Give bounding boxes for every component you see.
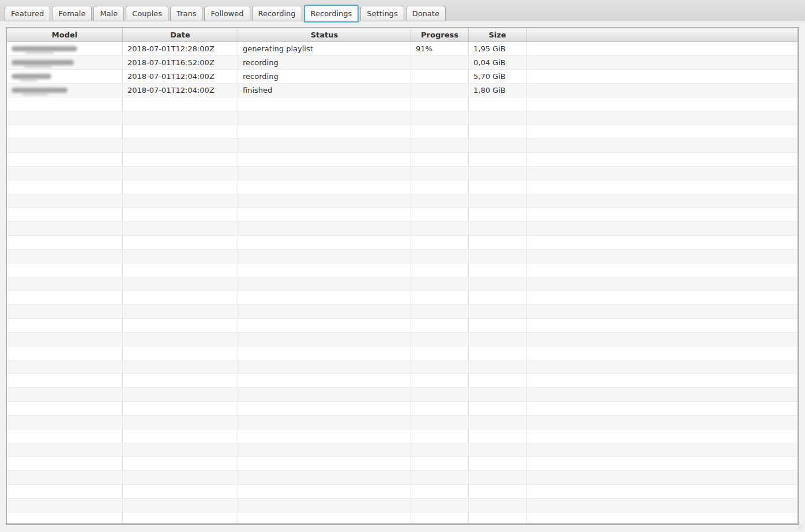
- cell-progress: [411, 416, 469, 429]
- cell-model: [7, 305, 123, 319]
- column-header-size[interactable]: Size: [469, 28, 526, 41]
- cell-date: 2018-07-01T16:52:00Z: [123, 56, 238, 70]
- table-row-empty[interactable]: [7, 429, 798, 443]
- table-row[interactable]: 2018-07-01T12:28:00Zgenerating playlist9…: [7, 42, 798, 56]
- cell-size: [469, 485, 526, 499]
- table-row-empty[interactable]: [7, 346, 798, 360]
- tab-female[interactable]: Female: [52, 6, 92, 21]
- table-row-empty[interactable]: [7, 236, 798, 250]
- table-row-empty[interactable]: [7, 512, 798, 523]
- cell-filler: [526, 194, 798, 208]
- cell-date: [123, 277, 238, 291]
- tab-trans[interactable]: Trans: [170, 6, 202, 21]
- tab-followed[interactable]: Followed: [204, 6, 250, 21]
- tab-couples[interactable]: Couples: [126, 6, 168, 21]
- cell-size: [469, 139, 526, 153]
- table-row-empty[interactable]: [7, 457, 798, 471]
- cell-model: [7, 208, 123, 222]
- cell-filler: [526, 42, 798, 56]
- table-row-empty[interactable]: [7, 97, 798, 111]
- table-row-empty[interactable]: [7, 374, 798, 388]
- resize-grip[interactable]: [797, 524, 804, 531]
- cell-progress: [411, 84, 469, 97]
- column-header-model[interactable]: Model: [7, 28, 123, 41]
- cell-model: [7, 485, 123, 499]
- table-row[interactable]: 2018-07-01T16:52:00Zrecording0,04 GiB: [7, 56, 798, 70]
- table-row-empty[interactable]: [7, 153, 798, 167]
- cell-status: [238, 416, 411, 429]
- table-row-empty[interactable]: [7, 167, 798, 180]
- table-row-empty[interactable]: [7, 125, 798, 139]
- cell-size: [469, 111, 526, 125]
- cell-filler: [526, 291, 798, 305]
- tab-male[interactable]: Male: [93, 6, 124, 21]
- tab-recording[interactable]: Recording: [252, 6, 302, 21]
- table-row-empty[interactable]: [7, 291, 798, 305]
- cell-status: [238, 250, 411, 263]
- table-row-empty[interactable]: [7, 360, 798, 374]
- table-row-empty[interactable]: [7, 416, 798, 429]
- table-row-empty[interactable]: [7, 471, 798, 485]
- cell-progress: [411, 167, 469, 180]
- table-row-empty[interactable]: [7, 180, 798, 194]
- table-row-empty[interactable]: [7, 250, 798, 263]
- cell-progress: [411, 208, 469, 222]
- cell-status: [238, 485, 411, 499]
- cell-status: [238, 222, 411, 236]
- cell-progress: [411, 402, 469, 416]
- table-row-empty[interactable]: [7, 194, 798, 208]
- cell-progress: [411, 360, 469, 374]
- tab-featured[interactable]: Featured: [5, 6, 50, 21]
- cell-size: [469, 180, 526, 194]
- cell-filler: [526, 167, 798, 180]
- table-row-empty[interactable]: [7, 402, 798, 416]
- cell-size: [469, 222, 526, 236]
- cell-size: [469, 208, 526, 222]
- table-row-empty[interactable]: [7, 139, 798, 153]
- table-row-empty[interactable]: [7, 222, 798, 236]
- tab-recordings[interactable]: Recordings: [304, 5, 359, 22]
- cell-size: [469, 429, 526, 443]
- cell-progress: [411, 443, 469, 457]
- column-header-status[interactable]: Status: [238, 28, 411, 41]
- cell-status: [238, 236, 411, 250]
- table-row-empty[interactable]: [7, 111, 798, 125]
- table-row-empty[interactable]: [7, 277, 798, 291]
- table-row-empty[interactable]: [7, 208, 798, 222]
- column-header-filler[interactable]: [526, 28, 798, 41]
- cell-filler: [526, 180, 798, 194]
- cell-filler: [526, 236, 798, 250]
- cell-size: [469, 153, 526, 167]
- redacted-model-name: [12, 74, 51, 79]
- cell-status: [238, 443, 411, 457]
- cell-date: [123, 319, 238, 333]
- table-row[interactable]: 2018-07-01T12:04:00Zfinished1,80 GiB: [7, 84, 798, 97]
- cell-model: [7, 443, 123, 457]
- cell-status: [238, 180, 411, 194]
- table-row-empty[interactable]: [7, 333, 798, 346]
- table-row-empty[interactable]: [7, 263, 798, 277]
- column-header-progress[interactable]: Progress: [411, 28, 469, 41]
- cell-model: [7, 139, 123, 153]
- cell-size: [469, 499, 526, 512]
- column-header-date[interactable]: Date: [123, 28, 238, 41]
- table-row-empty[interactable]: [7, 443, 798, 457]
- table-row-empty[interactable]: [7, 499, 798, 512]
- cell-date: [123, 512, 238, 523]
- table-row-empty[interactable]: [7, 388, 798, 402]
- cell-date: [123, 180, 238, 194]
- redacted-model-name: [12, 60, 74, 65]
- cell-size: [469, 97, 526, 111]
- tab-settings[interactable]: Settings: [360, 6, 404, 21]
- cell-size: 1,95 GiB: [469, 42, 526, 56]
- cell-progress: [411, 125, 469, 139]
- cell-model: [7, 42, 123, 56]
- cell-progress: [411, 97, 469, 111]
- table-row-empty[interactable]: [7, 485, 798, 499]
- cell-date: [123, 250, 238, 263]
- table-row-empty[interactable]: [7, 319, 798, 333]
- tab-donate[interactable]: Donate: [406, 6, 446, 21]
- table-row[interactable]: 2018-07-01T12:04:00Zrecording5,70 GiB: [7, 70, 798, 84]
- table-row-empty[interactable]: [7, 305, 798, 319]
- cell-size: [469, 443, 526, 457]
